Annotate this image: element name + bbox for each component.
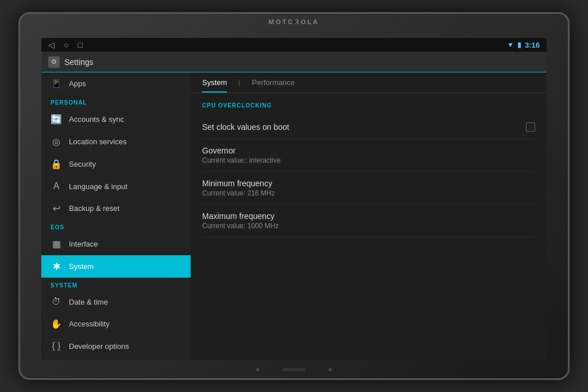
accounts-label: Accounts & sync — [69, 115, 124, 124]
nav-buttons: ◁ ○ □ — [48, 40, 83, 49]
panel-tabs: System | Performance — [191, 72, 547, 93]
language-icon: A — [51, 181, 62, 191]
developer-icon: { } — [51, 341, 62, 351]
setting-row-min-freq[interactable]: Minimum frequency Current value: 216 MHz — [202, 172, 535, 205]
interface-icon: ▦ — [51, 239, 62, 249]
governor-name: Governor — [202, 146, 235, 155]
sidebar-item-interface[interactable]: ▦ Interface — [41, 233, 191, 255]
main-content: 📱 Apps PERSONAL 🔄 Accounts & sync ◎ Loca… — [41, 72, 547, 360]
security-label: Security — [69, 160, 96, 168]
recent-button[interactable]: □ — [78, 40, 82, 49]
min-freq-name: Minimum frequency — [202, 179, 272, 188]
datetime-icon: ⏱ — [51, 297, 62, 307]
camera — [292, 20, 296, 24]
bottom-dot-left — [256, 368, 260, 371]
language-label: Language & input — [69, 182, 127, 191]
tab-performance[interactable]: Performance — [252, 78, 295, 93]
tab-system[interactable]: System — [202, 78, 227, 93]
bottom-bar — [256, 368, 332, 371]
time-display: 3:16 — [525, 41, 540, 49]
system-label: System — [69, 262, 94, 271]
apps-label: Apps — [69, 79, 86, 88]
tab-divider: | — [238, 78, 240, 93]
location-icon: ◎ — [51, 136, 62, 147]
accessibility-label: Accessibility — [69, 320, 110, 328]
sidebar-item-apps[interactable]: 📱 Apps — [41, 72, 191, 95]
wifi-icon: ▼ — [507, 41, 514, 49]
setting-row-set-clock[interactable]: Set clock values on boot — [202, 116, 535, 139]
sidebar-item-language[interactable]: A Language & input — [41, 175, 191, 197]
sidebar-item-accounts[interactable]: 🔄 Accounts & sync — [41, 108, 191, 130]
apps-icon: 📱 — [51, 78, 62, 89]
location-label: Location services — [69, 137, 126, 146]
datetime-label: Date & time — [69, 298, 108, 306]
accessibility-icon: ✋ — [51, 318, 62, 329]
setting-row-max-freq[interactable]: Maximum frequency Current value: 1000 MH… — [202, 205, 535, 237]
bottom-home-button[interactable] — [283, 368, 305, 371]
sidebar-item-accessibility[interactable]: ✋ Accessibility — [41, 313, 191, 335]
right-panel: System | Performance CPU OVERCLOCKING Se… — [191, 72, 547, 360]
settings-app-icon: ⚙ — [48, 56, 60, 68]
back-button[interactable]: ◁ — [48, 40, 55, 49]
developer-label: Developer options — [69, 342, 129, 351]
personal-section-label: PERSONAL — [41, 95, 191, 108]
max-freq-value: Current value: 1000 MHz — [202, 222, 535, 230]
governor-value: Current value:: interactive — [202, 156, 535, 164]
status-bar: ◁ ○ □ ▼ ▮ 3:16 — [41, 38, 547, 52]
system-icon: ✱ — [51, 261, 62, 272]
max-freq-name: Maximum frequency — [202, 212, 274, 221]
setting-row-governor[interactable]: Governor Current value:: interactive — [202, 139, 535, 172]
sidebar-item-system[interactable]: ✱ System — [41, 255, 191, 278]
panel-content: CPU OVERCLOCKING Set clock values on boo… — [191, 93, 547, 247]
interface-label: Interface — [69, 240, 98, 248]
backup-label: Backup & reset — [69, 204, 119, 213]
tablet-screen: ◁ ○ □ ▼ ▮ 3:16 ⚙ Settings 📱 Apps — [41, 38, 547, 360]
cpu-section-title: CPU OVERCLOCKING — [202, 102, 535, 109]
sidebar-item-about[interactable]: ℹ About tablet — [41, 357, 191, 360]
system-section-label: SYSTEM — [41, 278, 191, 291]
sidebar-item-security[interactable]: 🔒 Security — [41, 153, 191, 175]
settings-title: Settings — [64, 57, 94, 67]
sidebar-item-datetime[interactable]: ⏱ Date & time — [41, 291, 191, 313]
sidebar-item-location[interactable]: ◎ Location services — [41, 130, 191, 153]
status-right: ▼ ▮ 3:16 — [507, 41, 540, 49]
set-clock-name: Set clock values on boot — [202, 122, 289, 132]
sidebar-item-backup[interactable]: ↩ Backup & reset — [41, 197, 191, 220]
battery-icon: ▮ — [517, 41, 521, 49]
security-icon: 🔒 — [51, 159, 62, 170]
min-freq-value: Current value: 216 MHz — [202, 189, 535, 197]
home-button[interactable]: ○ — [64, 40, 68, 49]
bottom-dot-right — [328, 368, 332, 371]
backup-icon: ↩ — [51, 203, 62, 214]
eos-section-label: EOS — [41, 220, 191, 233]
sidebar: 📱 Apps PERSONAL 🔄 Accounts & sync ◎ Loca… — [41, 72, 191, 360]
accounts-icon: 🔄 — [51, 114, 62, 125]
tablet-device: MOTOROLA ◁ ○ □ ▼ ▮ 3:16 ⚙ Settings — [18, 12, 570, 380]
set-clock-checkbox[interactable] — [526, 122, 535, 132]
sidebar-item-developer[interactable]: { } Developer options — [41, 335, 191, 357]
settings-header: ⚙ Settings — [41, 52, 547, 72]
